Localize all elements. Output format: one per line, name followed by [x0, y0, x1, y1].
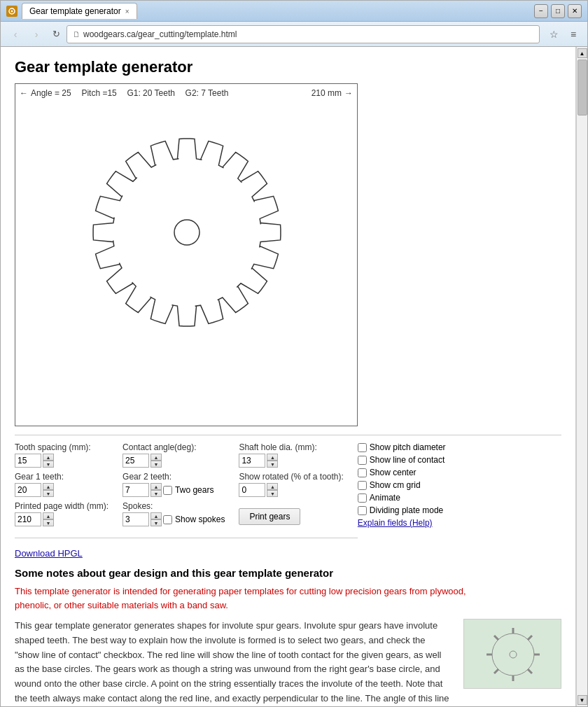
- show-rotated-spinners: ▲ ▼: [267, 483, 278, 497]
- show-rotated-down[interactable]: ▼: [267, 490, 278, 497]
- tab-title: Gear template generator: [29, 6, 121, 16]
- show-center-checkbox[interactable]: [358, 468, 367, 477]
- page-width-spinners: ▲ ▼: [43, 512, 54, 526]
- page-width-control: Printed page width (mm): ▲ ▼: [15, 501, 108, 526]
- show-spokes-checkbox[interactable]: [163, 515, 172, 524]
- show-center-checkbox-row: Show center: [358, 468, 456, 477]
- page-width-input[interactable]: [15, 512, 41, 526]
- contact-angle-input[interactable]: [122, 454, 149, 468]
- scrollbar[interactable]: ▲ ▼: [576, 47, 587, 706]
- page-width-up[interactable]: ▲: [43, 512, 54, 519]
- tooth-spacing-down[interactable]: ▼: [43, 461, 54, 468]
- browser-tab[interactable]: Gear template generator ×: [22, 3, 137, 19]
- gear2-teeth-up[interactable]: ▲: [150, 483, 162, 490]
- show-cm-label: Show cm grid: [370, 480, 421, 490]
- notes-para1: This gear template generator generates s…: [15, 619, 449, 706]
- scroll-up-button[interactable]: ▲: [578, 48, 587, 58]
- address-bar[interactable]: 🗋 woodgears.ca/gear_cutting/template.htm…: [66, 25, 540, 43]
- gear-canvas: [54, 99, 320, 365]
- tooth-spacing-up[interactable]: ▲: [43, 454, 54, 461]
- tooth-spacing-spinners: ▲ ▼: [43, 454, 54, 468]
- explain-fields-link[interactable]: Explain fields (Help): [358, 518, 456, 528]
- gear1-teeth-label: Gear 1 teeth:: [15, 472, 108, 482]
- show-contact-label: Show line of contact: [370, 455, 444, 465]
- control-col-2: Contact angle(deg): ▲ ▼ Gear 2 teeth:: [122, 442, 225, 526]
- show-rotated-up[interactable]: ▲: [267, 483, 278, 490]
- tooth-spacing-label: Tooth spacing (mm):: [15, 442, 108, 452]
- scrollbar-track[interactable]: [578, 59, 587, 694]
- scroll-down-button[interactable]: ▼: [578, 695, 587, 705]
- show-cm-checkbox[interactable]: [358, 481, 367, 490]
- controls-area: Tooth spacing (mm): ▲ ▼ Gear 1 teeth:: [15, 435, 561, 528]
- download-hpgl-link[interactable]: Download HPGL: [15, 548, 83, 559]
- shaft-hole-down[interactable]: ▼: [267, 461, 278, 468]
- print-gears-button[interactable]: Print gears: [239, 508, 300, 525]
- shaft-hole-spinners: ▲ ▼: [267, 454, 278, 468]
- dividing-plate-checkbox[interactable]: [358, 506, 367, 515]
- gear-width-label: 210 mm: [312, 88, 342, 98]
- control-col-1: Tooth spacing (mm): ▲ ▼ Gear 1 teeth:: [15, 442, 108, 526]
- star-button[interactable]: ☆: [545, 26, 562, 43]
- show-pitch-checkbox[interactable]: [358, 443, 367, 452]
- control-col-3: Shaft hole dia. (mm): ▲ ▼ Show rotated (…: [239, 442, 343, 525]
- contact-angle-spinners: ▲ ▼: [150, 454, 162, 468]
- favicon-icon: [6, 6, 18, 17]
- gear1-teeth-control: Gear 1 teeth: ▲ ▼: [15, 472, 108, 497]
- gear-label-right: 210 mm →: [312, 88, 353, 98]
- animate-checkbox[interactable]: [358, 493, 367, 503]
- page-width-down[interactable]: ▼: [43, 519, 54, 526]
- animate-checkbox-row: Animate: [358, 493, 456, 503]
- gear-angle-label: Angle = 25: [31, 88, 71, 98]
- two-gears-label: Two gears: [175, 485, 214, 495]
- spokes-up[interactable]: ▲: [150, 512, 162, 519]
- separator: [15, 538, 358, 538]
- window-controls: − □ ✕: [534, 4, 582, 18]
- spokes-down[interactable]: ▼: [150, 519, 162, 526]
- address-text: woodgears.ca/gear_cutting/template.html: [83, 29, 237, 39]
- gear2-teeth-label: Gear 2 teeth:: [122, 472, 225, 482]
- gear2-teeth-input[interactable]: [122, 483, 149, 497]
- shaft-hole-up[interactable]: ▲: [267, 454, 278, 461]
- spokes-label: Spokes:: [122, 501, 225, 511]
- show-contact-checkbox-row: Show line of contact: [358, 455, 456, 465]
- reload-button[interactable]: ↻: [48, 27, 64, 42]
- gear1-teeth-down[interactable]: ▼: [43, 490, 54, 497]
- gear-preview-box: ← Angle = 25 Pitch =15 G1: 20 Teeth G2: …: [15, 83, 358, 426]
- page-content: Gear template generator ← Angle = 25 Pit…: [1, 47, 576, 706]
- gear1-teeth-input[interactable]: [15, 483, 41, 497]
- show-spokes-checkbox-row: Show spokes: [163, 514, 225, 524]
- gear1-teeth-spinners: ▲ ▼: [43, 483, 54, 497]
- page-title: Gear template generator: [15, 58, 561, 76]
- thumbnail-image: [463, 619, 561, 689]
- close-button[interactable]: ✕: [568, 4, 582, 18]
- shaft-hole-label: Shaft hole dia. (mm):: [239, 442, 343, 452]
- minimize-button[interactable]: −: [534, 4, 548, 18]
- control-col-4: Show pitch diameter Show line of contact…: [358, 442, 456, 528]
- contact-angle-control: Contact angle(deg): ▲ ▼: [122, 442, 225, 468]
- back-button[interactable]: ‹: [6, 25, 24, 43]
- shaft-hole-input[interactable]: [239, 454, 265, 468]
- show-spokes-label: Show spokes: [175, 514, 225, 524]
- tooth-spacing-control: Tooth spacing (mm): ▲ ▼: [15, 442, 108, 468]
- tooth-spacing-input[interactable]: [15, 454, 41, 468]
- contact-angle-down[interactable]: ▼: [150, 461, 162, 468]
- show-contact-checkbox[interactable]: [358, 456, 367, 465]
- gear-label-row: ← Angle = 25 Pitch =15 G1: 20 Teeth G2: …: [20, 88, 353, 98]
- contact-angle-up[interactable]: ▲: [150, 454, 162, 461]
- tab-close-button[interactable]: ×: [125, 8, 130, 15]
- show-center-label: Show center: [370, 468, 416, 477]
- scrollbar-thumb[interactable]: [578, 59, 587, 115]
- nav-bar: ‹ › ↻ 🗋 woodgears.ca/gear_cutting/templa…: [1, 22, 587, 47]
- gear1-teeth-up[interactable]: ▲: [43, 483, 54, 490]
- show-rotated-input[interactable]: [239, 483, 265, 497]
- gear-g2-label: G2: 7 Teeth: [186, 88, 229, 98]
- maximize-button[interactable]: □: [551, 4, 565, 18]
- two-gears-checkbox[interactable]: [163, 486, 172, 495]
- spokes-input[interactable]: [122, 512, 149, 526]
- page-width-label: Printed page width (mm):: [15, 501, 108, 511]
- gear2-teeth-down[interactable]: ▼: [150, 490, 162, 497]
- menu-button[interactable]: ≡: [565, 26, 582, 43]
- address-lock-icon: 🗋: [73, 30, 80, 38]
- shaft-hole-control: Shaft hole dia. (mm): ▲ ▼: [239, 442, 343, 468]
- forward-button[interactable]: ›: [27, 25, 46, 43]
